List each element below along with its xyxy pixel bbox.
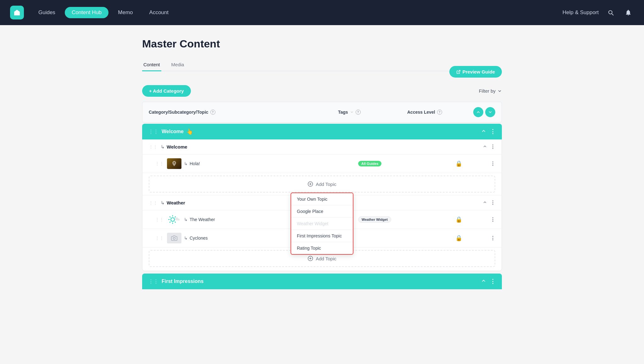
- topic-arrow-hola: ↳: [184, 161, 188, 166]
- subcategory-collapse-welcome[interactable]: [483, 144, 487, 149]
- tab-media[interactable]: Media: [170, 59, 186, 71]
- topic-menu-hola[interactable]: ⋮: [490, 161, 495, 167]
- topic-actions-cyclones: ⋮: [490, 235, 495, 241]
- svg-line-7: [170, 217, 170, 217]
- topic-tag-hola: All Guides: [358, 161, 381, 166]
- category-name-welcome: Welcome 👆: [162, 128, 481, 135]
- notification-bell-icon[interactable]: [623, 7, 634, 18]
- col-tags: Tags ?: [338, 110, 407, 115]
- drag-handle-sub-welcome[interactable]: ⋮⋮: [149, 144, 158, 149]
- nav-account[interactable]: Account: [142, 7, 175, 18]
- nav-memo[interactable]: Memo: [111, 7, 140, 18]
- topic-name-hola: Hola!: [190, 161, 358, 166]
- topic-access-hola: 🔒: [427, 160, 490, 167]
- category-header-first-impressions: ⋮⋮ First Impressions ⋮: [142, 274, 502, 289]
- navbar-right: Help & Support: [563, 7, 634, 18]
- category-info-icon[interactable]: ?: [210, 110, 215, 115]
- help-support-link[interactable]: Help & Support: [563, 9, 599, 16]
- subcategory-name-welcome: Welcome: [167, 144, 483, 149]
- topic-thumb-hola: [167, 158, 181, 169]
- drag-handle-the-weather[interactable]: ⋮⋮: [155, 217, 164, 222]
- category-collapse-first-impressions[interactable]: [481, 278, 486, 285]
- filter-by-dropdown[interactable]: Filter by: [479, 88, 502, 94]
- sun-icon: [167, 214, 181, 225]
- drag-handle-first-impressions[interactable]: ⋮⋮: [148, 279, 158, 285]
- topic-menu-cyclones[interactable]: ⋮: [490, 235, 495, 241]
- drag-handle-cyclones[interactable]: ⋮⋮: [155, 236, 164, 241]
- nav-content-hub[interactable]: Content Hub: [65, 7, 108, 18]
- lock-icon-weather: 🔒: [455, 216, 462, 223]
- drag-handle-hola[interactable]: ⋮⋮: [155, 161, 164, 166]
- dropdown-rating-topic[interactable]: Rating Topic: [291, 242, 353, 254]
- topic-arrow-cyclones: ↳: [184, 236, 188, 241]
- add-topic-label-welcome: Add Topic: [316, 182, 336, 187]
- category-menu-welcome[interactable]: ⋮: [490, 128, 496, 135]
- tab-content[interactable]: Content: [142, 59, 161, 71]
- toolbar: + Add Category Filter by: [142, 85, 502, 97]
- subcategory-actions-welcome: ⋮: [483, 144, 495, 150]
- category-actions-first-impressions: ⋮: [481, 278, 496, 285]
- dropdown-your-own-topic[interactable]: Your Own Topic: [291, 193, 353, 205]
- access-level-info-icon[interactable]: ?: [437, 110, 442, 115]
- subcategory-collapse-weather[interactable]: [483, 200, 487, 205]
- preview-guide-button[interactable]: Preview Guide: [449, 66, 502, 78]
- sort-up-button[interactable]: [473, 107, 483, 117]
- add-topic-label-weather: Add Topic: [316, 256, 336, 261]
- content-tabs: Content Media: [142, 59, 449, 71]
- navbar-logo[interactable]: [10, 6, 24, 19]
- subcategory-menu-welcome[interactable]: ⋮: [490, 144, 495, 150]
- tags-info-icon[interactable]: ?: [356, 110, 361, 115]
- category-body-welcome: ⋮⋮ ↳ Welcome ⋮ ⋮⋮ ↳ Hola! A: [142, 139, 502, 271]
- nav-guides[interactable]: Guides: [31, 7, 62, 18]
- main-content: Master Content Content Media Preview Gui…: [127, 25, 517, 304]
- col-sort-actions: [470, 107, 495, 117]
- category-header-welcome: ⋮⋮ Welcome 👆 ⋮: [142, 124, 502, 139]
- svg-line-11: [170, 222, 170, 222]
- subcategory-menu-weather[interactable]: ⋮: [490, 200, 495, 206]
- category-actions-welcome: ⋮: [481, 128, 496, 135]
- topic-access-the-weather: 🔒: [427, 216, 490, 223]
- add-topic-dropdown: Your Own Topic Google Place Weather Widg…: [291, 193, 353, 255]
- dropdown-weather-widget: Weather Widget: [291, 218, 353, 230]
- subcategory-actions-weather: ⋮: [483, 200, 495, 206]
- camera-placeholder-cyclones: [167, 233, 181, 243]
- dropdown-google-place[interactable]: Google Place: [291, 205, 353, 218]
- add-topic-section-welcome: Add Topic Your Own Topic Google Place We…: [142, 176, 502, 193]
- page-title: Master Content: [142, 38, 502, 50]
- subcategory-welcome: ⋮⋮ ↳ Welcome ⋮: [142, 139, 502, 155]
- lock-icon-cyclones: 🔒: [455, 235, 462, 242]
- category-menu-first-impressions[interactable]: ⋮: [490, 278, 496, 285]
- category-collapse-welcome[interactable]: [481, 128, 486, 135]
- topic-access-cyclones: 🔒: [427, 235, 490, 242]
- col-access-level: Access Level ?: [407, 110, 470, 115]
- search-icon-btn[interactable]: [605, 7, 616, 18]
- navbar: Guides Content Hub Memo Account Help & S…: [0, 0, 644, 25]
- sub-arrow-welcome: ↳: [161, 144, 165, 150]
- topic-hola: ⋮⋮ ↳ Hola! All Guides 🔒 ⋮: [142, 155, 502, 173]
- lock-icon-hola: 🔒: [455, 160, 462, 167]
- category-first-impressions: ⋮⋮ First Impressions ⋮: [142, 274, 502, 289]
- add-category-button[interactable]: + Add Category: [142, 85, 191, 97]
- topic-tag-weather-widget: Weather Widget: [358, 216, 391, 223]
- category-name-first-impressions: First Impressions: [162, 279, 481, 284]
- col-category: Category/Subcategory/Topic ?: [149, 110, 338, 115]
- topic-actions-the-weather: ⋮: [490, 217, 495, 223]
- hand-icon: 👆: [186, 128, 193, 135]
- topic-arrow-weather: ↳: [184, 217, 188, 222]
- sub-arrow-weather: ↳: [161, 200, 165, 206]
- drag-handle-sub-weather[interactable]: ⋮⋮: [149, 200, 158, 205]
- svg-line-0: [458, 70, 460, 72]
- add-topic-welcome[interactable]: Add Topic: [149, 176, 495, 193]
- sort-down-button[interactable]: [485, 107, 495, 117]
- dropdown-first-impressions-topic[interactable]: First Impressions Topic: [291, 230, 353, 242]
- drag-handle-welcome[interactable]: ⋮⋮: [148, 129, 158, 135]
- svg-point-4: [171, 218, 175, 221]
- table-header: Category/Subcategory/Topic ? Tags ? Acce…: [142, 102, 502, 122]
- topic-menu-the-weather[interactable]: ⋮: [490, 217, 495, 223]
- category-welcome: ⋮⋮ Welcome 👆 ⋮ ⋮⋮ ↳ Welcome: [142, 124, 502, 271]
- topic-actions-hola: ⋮: [490, 161, 495, 167]
- svg-point-13: [173, 237, 175, 240]
